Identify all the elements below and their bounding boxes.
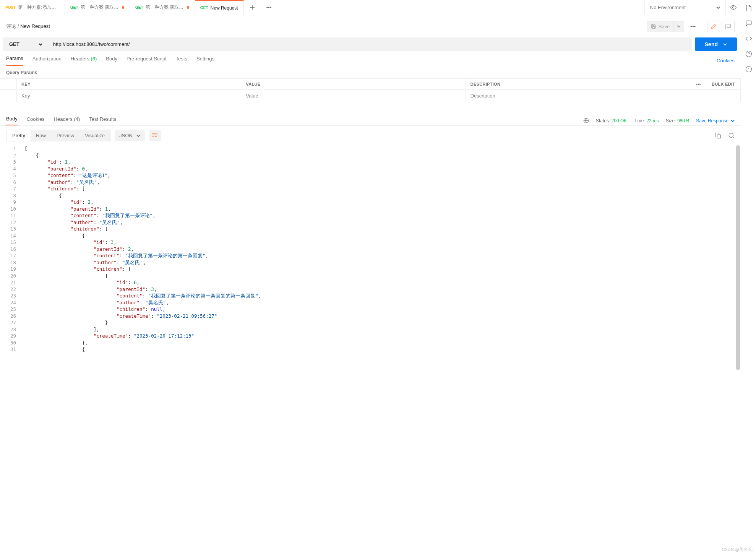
unsaved-dot-icon [187, 6, 189, 9]
code-line: 25 "children": null, [0, 306, 741, 313]
globe-icon[interactable] [583, 118, 589, 123]
code-line: 8 { [0, 192, 741, 199]
tab-label: 第一种方案:获取回复 [146, 4, 185, 11]
code-line: 3 "id": 1, [0, 159, 741, 166]
save-button[interactable]: Save [647, 21, 674, 32]
tab-response-body[interactable]: Body [6, 116, 18, 125]
tab-menu-button[interactable]: ••• [261, 0, 277, 15]
ellipsis-icon: ••• [266, 5, 272, 10]
code-line: 30 }, [0, 340, 741, 346]
save-response-button[interactable]: Save Response [696, 118, 735, 123]
params-table: KEY VALUE DESCRIPTION ••• Bulk Edit [0, 78, 741, 102]
watermark: CSDN @吴名氏. [722, 547, 753, 552]
svg-point-0 [732, 6, 734, 8]
tab-label: New Request [211, 5, 238, 11]
view-raw[interactable]: Raw [31, 130, 51, 141]
unsaved-dot-icon [122, 6, 124, 9]
chevron-down-icon [677, 24, 681, 28]
view-preview[interactable]: Preview [51, 130, 79, 141]
code-line: 28 ], [0, 326, 741, 333]
tab-tests[interactable]: Tests [176, 56, 187, 65]
col-description: DESCRIPTION [466, 79, 690, 90]
code-line: 21 "id": 6, [0, 279, 741, 286]
tab-headers[interactable]: Headers (6) [71, 56, 97, 65]
scrollbar-thumb[interactable] [736, 145, 740, 370]
info-icon[interactable] [745, 50, 752, 57]
code-line: 27 } [0, 319, 741, 326]
tab-label: 第一种方案:获取评论 [81, 4, 120, 11]
breadcrumb[interactable]: 评论 / New Request [6, 23, 50, 30]
tab-test-results[interactable]: Test Results [89, 116, 116, 125]
query-params-title: Query Params [0, 66, 741, 78]
tab-0[interactable]: POST 第一种方案:添加评论或者 [0, 0, 65, 15]
col-value: VALUE [241, 79, 466, 90]
cookies-link[interactable]: Cookies [717, 58, 735, 63]
code-line: 31 { [0, 346, 741, 353]
copy-icon[interactable] [715, 132, 721, 139]
environment-label: No Environment [650, 5, 686, 10]
code-line: 4 "parentId": 0, [0, 166, 741, 172]
request-options-button[interactable]: ••• [687, 21, 699, 32]
col-actions[interactable]: ••• [690, 79, 707, 90]
send-button[interactable]: Send [695, 37, 737, 51]
tab-label: 第一种方案:添加评论或者 [18, 4, 59, 11]
tab-response-cookies[interactable]: Cookies [27, 116, 45, 125]
tab-prerequest[interactable]: Pre-request Script [127, 56, 167, 65]
code-line: 17 "content": "我回复了第一条评论的第一条回复", [0, 252, 741, 259]
method-badge: GET [135, 5, 143, 10]
view-visualize[interactable]: Visualize [79, 130, 110, 141]
view-pretty[interactable]: Pretty [7, 130, 31, 141]
comments-button[interactable] [722, 21, 735, 32]
tab-1[interactable]: GET 第一种方案:获取评论 [65, 0, 130, 15]
method-badge: GET [200, 6, 208, 10]
environment-selector[interactable]: No Environment [644, 0, 725, 15]
value-input[interactable] [246, 93, 461, 99]
document-icon[interactable] [745, 5, 752, 11]
code-line: 26 "createTime": "2023-02-21 09:56:27" [0, 313, 741, 320]
method-selector[interactable]: GET [3, 37, 49, 51]
related-icon[interactable] [745, 66, 752, 73]
tab-response-headers[interactable]: Headers (4) [54, 116, 80, 125]
right-sidebar [741, 0, 756, 554]
col-key: KEY [17, 79, 241, 90]
format-selector[interactable]: JSON [115, 130, 145, 141]
wrap-lines-button[interactable] [149, 130, 161, 141]
description-input[interactable] [470, 93, 736, 99]
method-badge: GET [70, 5, 78, 10]
code-line: 19 "children": [ [0, 266, 741, 273]
code-line: 9 "id": 2, [0, 199, 741, 206]
environment-quicklook-button[interactable] [725, 0, 741, 15]
code-line: 23 "content": "我回复了第一条评论的第一条回复的第一条回复", [0, 292, 741, 299]
save-dropdown[interactable] [674, 21, 684, 32]
bulk-edit-button[interactable]: Bulk Edit [707, 79, 741, 90]
code-line: 6 "author": "吴名氏", [0, 179, 741, 186]
chevron-down-icon [731, 119, 735, 123]
code-line: 13 "children": [ [0, 226, 741, 232]
code-icon[interactable] [745, 35, 752, 42]
chevron-down-icon [136, 134, 140, 138]
tab-2[interactable]: GET 第一种方案:获取回复 [130, 0, 195, 15]
code-line: 20 { [0, 273, 741, 279]
code-line: 29 "createTime": "2023-02-20 17:12:13" [0, 333, 741, 340]
plus-icon [250, 5, 255, 10]
ellipsis-icon: ••• [690, 24, 696, 29]
svg-point-3 [729, 133, 733, 137]
key-input[interactable] [21, 93, 236, 99]
svg-rect-2 [717, 135, 720, 138]
code-line: 16 "parentId": 2, [0, 246, 741, 253]
search-icon[interactable] [728, 132, 735, 139]
response-body-viewer[interactable]: 1[2 {3 "id": 1,4 "parentId": 0,5 "conten… [0, 145, 741, 554]
new-tab-button[interactable] [244, 0, 261, 15]
url-input[interactable] [49, 37, 692, 51]
comment-icon[interactable] [745, 20, 752, 27]
tab-authorization[interactable]: Authorization [32, 56, 62, 65]
svg-point-4 [746, 51, 751, 57]
tab-params[interactable]: Params [6, 55, 23, 66]
tab-settings[interactable]: Settings [196, 56, 214, 65]
comment-icon [725, 23, 731, 29]
tab-body[interactable]: Body [106, 56, 117, 65]
tab-3[interactable]: GET New Request [195, 0, 244, 15]
eye-icon [730, 4, 737, 11]
view-mode-group: Pretty Raw Preview Visualize [6, 130, 111, 141]
documentation-button[interactable] [707, 21, 720, 32]
